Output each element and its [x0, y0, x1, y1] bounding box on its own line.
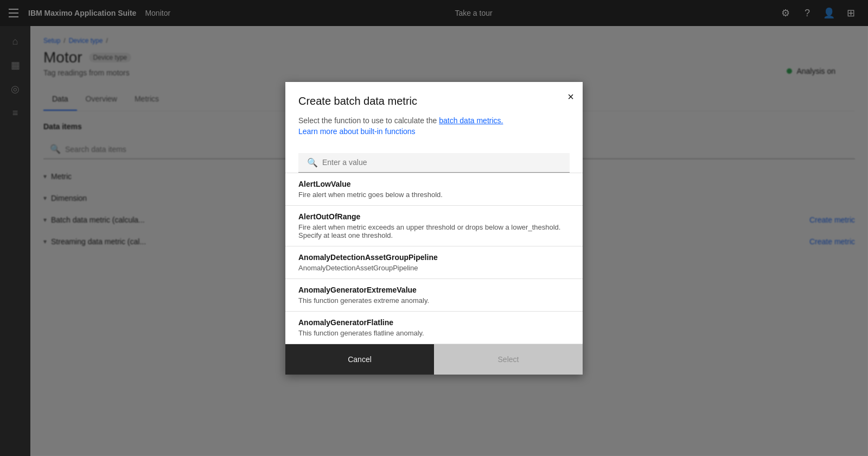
modal-overlay: Create batch data metric × Select the fu…: [0, 0, 868, 456]
modal-description: Select the function to use to calculate …: [298, 116, 570, 125]
create-batch-metric-modal: Create batch data metric × Select the fu…: [285, 82, 583, 375]
list-item-alertlowvalue[interactable]: AlertLowValue Fire alert when metric goe…: [285, 173, 583, 206]
list-item-alertoutofrange[interactable]: AlertOutOfRange Fire alert when metric e…: [285, 206, 583, 246]
item-desc-alertlowvalue: Fire alert when metric goes below a thre…: [298, 191, 570, 199]
modal-description-text: Select the function to use to calculate …: [298, 116, 437, 125]
modal-search-input[interactable]: [322, 158, 561, 167]
modal-header: Create batch data metric ×: [285, 82, 583, 116]
modal-functions-list: AlertLowValue Fire alert when metric goe…: [285, 173, 583, 344]
item-title-anomalydetectionassetgrouppipeline: AnomalyDetectionAssetGroupPipeline: [298, 253, 570, 262]
item-desc-alertoutofrange: Fire alert when metric exceeds an upper …: [298, 223, 570, 239]
list-item-anomalygeneratorflatline[interactable]: AnomalyGeneratorFlatline This function g…: [285, 312, 583, 344]
item-desc-anomalygeneratorextremevalue: This function generates extreme anomaly.: [298, 296, 570, 305]
modal-description-link[interactable]: batch data metrics.: [439, 116, 503, 125]
item-title-anomalygeneratorflatline: AnomalyGeneratorFlatline: [298, 318, 570, 327]
select-button[interactable]: Select: [434, 344, 583, 375]
list-item-anomalygeneratorextremevalue[interactable]: AnomalyGeneratorExtremeValue This functi…: [285, 279, 583, 312]
modal-search-area: 🔍: [298, 153, 570, 173]
item-title-alertoutofrange: AlertOutOfRange: [298, 212, 570, 221]
learn-more-link[interactable]: Learn more about built-in functions: [298, 127, 570, 136]
modal-footer: Cancel Select: [285, 344, 583, 375]
modal-search-icon: 🔍: [307, 157, 318, 168]
item-desc-anomalydetectionassetgrouppipeline: AnomalyDetectionAssetGroupPipeline: [298, 264, 570, 272]
list-item-anomalydetectionassetgrouppipeline[interactable]: AnomalyDetectionAssetGroupPipeline Anoma…: [285, 246, 583, 279]
modal-description-area: Select the function to use to calculate …: [285, 116, 583, 153]
modal-close-button[interactable]: ×: [567, 91, 574, 103]
item-desc-anomalygeneratorflatline: This function generates flatline anomaly…: [298, 329, 570, 337]
item-title-alertlowvalue: AlertLowValue: [298, 180, 570, 188]
modal-list-container: AlertLowValue Fire alert when metric goe…: [285, 173, 583, 344]
modal-title: Create batch data metric: [298, 95, 570, 107]
item-title-anomalygeneratorextremevalue: AnomalyGeneratorExtremeValue: [298, 286, 570, 294]
cancel-button[interactable]: Cancel: [285, 344, 434, 375]
